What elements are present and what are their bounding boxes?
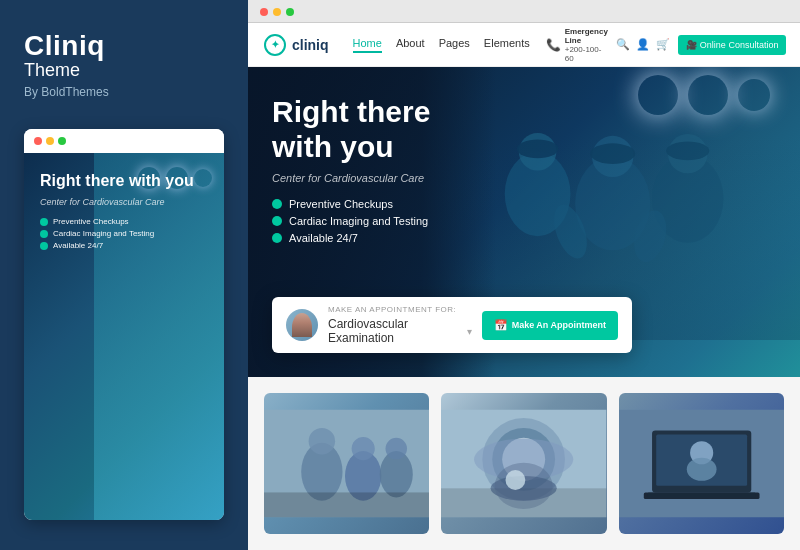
cart-icon[interactable]: 🛒 xyxy=(656,38,670,51)
sidebar-brand: Cliniq Theme By BoldThemes xyxy=(24,30,224,99)
cards-section xyxy=(248,377,800,550)
hero-feature-1: Preventive Checkups xyxy=(272,198,512,210)
feature-dot-icon xyxy=(40,230,48,238)
card-2 xyxy=(441,393,606,534)
avatar-image xyxy=(292,313,312,337)
nav-links: Home About Pages Elements xyxy=(353,37,530,53)
logo-icon: ✦ xyxy=(264,34,286,56)
website-preview: ✦ cliniq Home About Pages Elements 📞 Eme… xyxy=(248,23,800,550)
dot-green xyxy=(58,137,66,145)
preview-feature: Available 24/7 xyxy=(40,241,208,250)
card-3 xyxy=(619,393,784,534)
appointment-option: Cardiovascular Examination xyxy=(328,317,461,345)
preview-subtitle: Center for Cardiovascular Care xyxy=(40,197,208,207)
card-2-image xyxy=(441,393,606,534)
appointment-form: Make An Appointment For: Cardiovascular … xyxy=(328,305,472,345)
svg-point-15 xyxy=(352,437,375,460)
brand-by: By BoldThemes xyxy=(24,85,224,99)
browser-dot-green xyxy=(286,8,294,16)
appointment-label: Make An Appointment For: xyxy=(328,305,472,314)
search-icon[interactable]: 🔍 xyxy=(616,38,630,51)
svg-point-32 xyxy=(686,458,716,481)
card-3-svg xyxy=(619,393,784,534)
hero-features: Preventive Checkups Cardiac Imaging and … xyxy=(272,198,512,244)
feature-checkmark-icon xyxy=(272,216,282,226)
preview-feature-text: Cardiac Imaging and Testing xyxy=(53,229,154,238)
svg-point-27 xyxy=(506,470,526,490)
emergency-label: Emergency Line xyxy=(565,27,608,45)
emergency-info: Emergency Line +200-100-60 xyxy=(565,27,608,63)
preview-window-dots xyxy=(24,129,224,153)
svg-rect-18 xyxy=(264,492,429,517)
preview-hero: Right there with you Center for Cardiova… xyxy=(24,153,224,520)
preview-title-text: Right there with you xyxy=(40,172,194,189)
hero-feature-1-text: Preventive Checkups xyxy=(289,198,393,210)
nav-link-about[interactable]: About xyxy=(396,37,425,53)
sidebar: Cliniq Theme By BoldThemes Right there w… xyxy=(0,0,248,550)
emergency-line: 📞 Emergency Line +200-100-60 xyxy=(546,27,608,63)
card-1-image xyxy=(264,393,429,534)
svg-point-17 xyxy=(386,438,407,459)
nav-actions: 📞 Emergency Line +200-100-60 🔍 👤 🛒 🎥 Onl… xyxy=(546,27,787,63)
online-consult-label: Online Consultation xyxy=(700,40,779,50)
nav-link-elements[interactable]: Elements xyxy=(484,37,530,53)
emergency-number: +200-100-60 xyxy=(565,45,608,63)
hero-title-line1: Right there xyxy=(272,95,430,128)
hero-feature-3-text: Available 24/7 xyxy=(289,232,358,244)
appointment-bar: Make An Appointment For: Cardiovascular … xyxy=(272,297,632,353)
nav-icon-group: 🔍 👤 🛒 xyxy=(616,38,670,51)
feature-checkmark-icon xyxy=(272,233,282,243)
hero-subtitle: Center for Cardiovascular Care xyxy=(272,172,512,184)
user-icon[interactable]: 👤 xyxy=(636,38,650,51)
preview-feature: Preventive Checkups xyxy=(40,217,208,226)
make-appointment-button[interactable]: 📅 Make An Appointment xyxy=(482,311,618,340)
hero-feature-2: Cardiac Imaging and Testing xyxy=(272,215,512,227)
card-1-svg xyxy=(264,393,429,534)
svg-point-6 xyxy=(517,140,558,159)
browser-chrome xyxy=(248,0,800,23)
hero-section: Right there with you Center for Cardiova… xyxy=(248,67,800,377)
logo-text: cliniq xyxy=(292,37,329,53)
card-2-svg xyxy=(441,393,606,534)
card-1 xyxy=(264,393,429,534)
preview-card: Right there with you Center for Cardiova… xyxy=(24,129,224,520)
brand-name: Cliniq xyxy=(24,30,105,61)
phone-icon: 📞 xyxy=(546,38,561,52)
appointment-select[interactable]: Cardiovascular Examination ▾ xyxy=(328,317,472,345)
preview-feature-text: Available 24/7 xyxy=(53,241,103,250)
online-consultation-button[interactable]: 🎥 Online Consultation xyxy=(678,35,787,55)
appointment-btn-label: Make An Appointment xyxy=(512,320,606,330)
nav-link-pages[interactable]: Pages xyxy=(439,37,470,53)
preview-features: Preventive Checkups Cardiac Imaging and … xyxy=(40,217,208,250)
preview-feature-text: Preventive Checkups xyxy=(53,217,129,226)
hero-content: Right there with you Center for Cardiova… xyxy=(272,95,512,249)
card-3-image xyxy=(619,393,784,534)
hero-title-line2: with you xyxy=(272,130,394,163)
browser-window-dots xyxy=(260,8,788,16)
svg-point-7 xyxy=(590,143,635,164)
preview-feature: Cardiac Imaging and Testing xyxy=(40,229,208,238)
svg-point-26 xyxy=(495,463,553,509)
calendar-icon: 📅 xyxy=(494,319,508,332)
appointment-avatar xyxy=(286,309,318,341)
main-area: ✦ cliniq Home About Pages Elements 📞 Eme… xyxy=(248,0,800,550)
hero-title: Right there with you xyxy=(272,95,512,164)
dot-yellow xyxy=(46,137,54,145)
video-icon: 🎥 xyxy=(686,40,697,50)
svg-point-13 xyxy=(309,428,335,454)
feature-dot-icon xyxy=(40,218,48,226)
browser-dot-red xyxy=(260,8,268,16)
nav-link-home[interactable]: Home xyxy=(353,37,382,53)
svg-rect-34 xyxy=(648,492,755,497)
logo-symbol: ✦ xyxy=(271,39,279,50)
feature-dot-icon xyxy=(40,242,48,250)
brand-sub: Theme xyxy=(24,60,224,81)
hero-feature-3: Available 24/7 xyxy=(272,232,512,244)
dot-red xyxy=(34,137,42,145)
chevron-down-icon: ▾ xyxy=(467,326,472,337)
site-navigation: ✦ cliniq Home About Pages Elements 📞 Eme… xyxy=(248,23,800,67)
site-logo: ✦ cliniq xyxy=(264,34,329,56)
svg-point-8 xyxy=(666,141,709,160)
feature-checkmark-icon xyxy=(272,199,282,209)
browser-dot-yellow xyxy=(273,8,281,16)
